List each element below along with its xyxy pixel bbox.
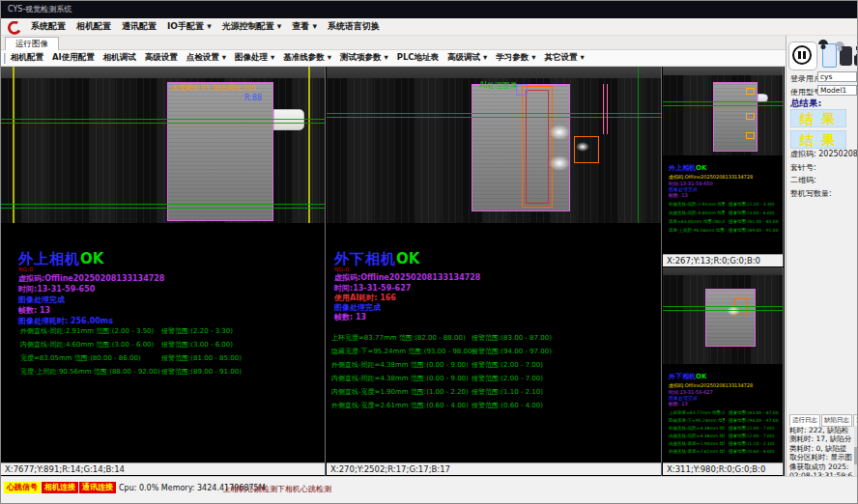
mini-measurement-text: 宽度=83.05mm 范围:(80.00 - 86.00): [669, 219, 725, 224]
tool-other-settings[interactable]: 其它设置 ▾: [545, 52, 585, 64]
pause-icon: [792, 45, 812, 65]
measurement-row: 内侧直线-间距=4.38mm 范围:(0.00 - 9.00) 报警范围:(2.…: [327, 374, 661, 385]
green-measure-line: [663, 105, 783, 106]
camera-name: 外下相机: [669, 373, 696, 380]
measurement-text: 外侧直线-间距=4.38mm 范围:(0.00 - 9.00): [331, 360, 469, 370]
bright-spot: [727, 306, 740, 316]
right-sidebar: 登录用户: 使用型号: 总结果: 结 果 结 果 虚拟码: 20250208 套…: [786, 36, 858, 476]
tool-baseline-params[interactable]: 基准线参数 ▾: [283, 52, 331, 64]
measurement-row: 宽度=83.05mm 范围:(80.00 - 86.00) 报警范围:(81.0…: [1, 353, 325, 365]
mini-measurement-text: 内侧直线-间距=4.38mm 范围:(0.00 - 9.00): [669, 434, 725, 438]
green-measure-line: [1, 208, 325, 209]
user-button-selected[interactable]: [822, 43, 837, 68]
bright-spot: [576, 142, 589, 152]
pixel-coordinate-readout: X:7677;Y:891;R:14;G:14;B:14: [1, 462, 325, 475]
left-camera-view[interactable]: 灰度阈值:93, 吻合阈值:100 R:88: [1, 67, 325, 223]
mini-measurement-text: 宽度-上间距:90.56mm 范围:(88.00 - 92.00): [669, 228, 725, 233]
process-done-text: 图像处理完成: [18, 294, 65, 305]
measurement-row: 外侧直线-间距:2.91mm 范围:(2.00 - 3.50) 报警范围:(2.…: [1, 326, 325, 338]
ai-overlay-text: AI处理图像: [479, 80, 518, 91]
measurement-text: 外侧直线-间距:2.91mm 范围:(2.00 - 3.50): [20, 326, 154, 336]
alarm-range-text: 报警范围:(81.00 - 85.00): [161, 353, 242, 363]
login-user-input[interactable]: [817, 71, 857, 82]
middle-camera-view[interactable]: AI处理图像: [327, 67, 661, 223]
mini-alarm-text: 报警范围:(1.10 - 2.10): [729, 441, 779, 446]
log-scrollbar-thumb[interactable]: [854, 447, 858, 464]
bright-spot: [549, 125, 570, 140]
model-input[interactable]: [817, 85, 857, 96]
menu-item-camera-config[interactable]: 相机配置: [76, 20, 111, 33]
green-measure-line: [663, 101, 783, 102]
app-logo-icon: [7, 20, 20, 34]
camera-link-status-badge: 相机连接: [42, 482, 78, 493]
measurement-row: 内侧直线-宽度=1.90mm 范围:(1.00 - 2.20) 报警范围:(1.…: [327, 387, 661, 399]
mini-camera-view-bottom[interactable]: [663, 267, 783, 364]
ng-count-text: NG:0: [334, 266, 349, 272]
mini-measurement-text: 内侧直线-间距:4.60mm 范围:(3.00 - 6.00): [669, 210, 725, 215]
measurement-row: 宽度-上间距:90.56mm 范围:(88.00 - 92.00) 报警范围:(…: [1, 367, 325, 378]
barcode-text: 虚拟码:Offline20250208133134728: [18, 273, 164, 284]
image-band: [327, 67, 661, 78]
user-manage-button[interactable]: [840, 46, 852, 66]
ng-count-text: NG:0: [18, 266, 33, 272]
mini-panel-bottom: 外下相机OK 虚拟码:Offline20250208133134728 时间:1…: [663, 267, 784, 476]
toolbar-grip: [4, 53, 6, 64]
tool-advanced-settings[interactable]: 高级设置: [145, 52, 178, 64]
detected-part-region: [472, 84, 570, 211]
mini-camera-view-top[interactable]: [663, 67, 783, 155]
alarm-range-text: 报警范围:(2.00 - 7.00): [472, 374, 543, 383]
camera-name: 外上相机: [669, 164, 696, 172]
mini-barcode-text: 虚拟码:Offline20250208133134728: [669, 174, 753, 180]
tool-plc-address[interactable]: PLC地址表: [397, 52, 439, 64]
tool-advanced-debug[interactable]: 高级调试 ▾: [447, 52, 487, 64]
result-box-lower: 结 果: [790, 130, 846, 149]
tab-bar: 运行图像: [1, 36, 786, 50]
menu-item-comm-config[interactable]: 通讯配置: [122, 20, 157, 33]
menu-item-io-config[interactable]: IO手配置 ▾: [167, 20, 212, 33]
tool-camera-debug[interactable]: 相机调试: [103, 52, 136, 64]
window-title: CYS-视觉检测系统: [8, 5, 72, 14]
left-camera-panel: 灰度阈值:93, 吻合阈值:100 R:88 外上相机OK NG:0 虚拟码:O…: [1, 67, 326, 476]
mini-alarm-text: 报警范围:(89.00 - 91.00): [729, 228, 779, 233]
yellow-guide-line: [13, 67, 14, 223]
elapsed-text: 图像处理耗时: 256.00ms: [18, 316, 113, 326]
menu-item-system-config[interactable]: 系统配置: [31, 20, 66, 33]
mini-alarm-text: 报警范围:(0.60 - 4.00): [729, 449, 779, 454]
threshold-overlay-text: 灰度阈值:93, 吻合阈值:100: [171, 83, 255, 93]
green-measure-line: [663, 310, 783, 311]
tool-ai-config[interactable]: AI使用配置: [52, 52, 95, 64]
mini-alarm-text: 报警范围:(2.00 - 7.00): [729, 434, 779, 438]
tool-test-params[interactable]: 测试项参数 ▾: [340, 52, 388, 64]
menu-item-light-config[interactable]: 光源控制配置 ▾: [222, 20, 282, 33]
measurement-row: 外侧直线-宽度=2.61mm 范围:(0.60 - 4.00) 报警范围:(0.…: [327, 401, 661, 412]
measurement-text: 内侧直线-间距=4.38mm 范围:(0.00 - 9.00): [331, 374, 469, 383]
menu-item-view[interactable]: 查看 ▾: [292, 20, 317, 33]
tool-spot-check[interactable]: 点检设置 ▾: [186, 52, 226, 64]
pink-guide-line: [603, 84, 604, 134]
alarm-range-text: 报警范围:(2.00 - 7.00): [472, 360, 543, 370]
barcode-text: 虚拟码:Offline20250208133134728: [334, 272, 480, 283]
image-band: [663, 267, 783, 275]
tool-learn-params[interactable]: 学习参数 ▾: [496, 52, 535, 64]
lower-camera-heartbeat-link[interactable]: 下相机心跳检测: [277, 484, 331, 494]
upper-camera-heartbeat-link[interactable]: 上相机心跳检测: [223, 484, 277, 494]
result-box-upper: 结 果: [790, 109, 846, 127]
pixel-coordinate-readout: X:270;Y:2502;R:17;G:17;B:17: [327, 462, 661, 475]
camera-status: OK: [696, 164, 706, 172]
exit-button[interactable]: [854, 46, 858, 66]
tool-image-process[interactable]: 图像处理 ▾: [235, 52, 274, 64]
app-window: CYS-视觉检测系统 系统配置 相机配置 通讯配置 IO手配置 ▾ 光源控制配置…: [0, 0, 858, 504]
measurement-text: 隐藏宽度-下=95.24mm 范围:(93.00 - 98.00): [331, 347, 474, 356]
pause-button[interactable]: [788, 42, 817, 70]
mini-measurement-text: 上杯宽度=83.77mm 范围:(82.00 - 88.00): [669, 410, 725, 415]
r-value-overlay-text: R:88: [244, 94, 262, 102]
measurement-row: 上杯宽度=83.77mm 范围:(82.00 - 88.00) 报警范围:(83…: [327, 333, 661, 345]
tab-run-image[interactable]: 运行图像: [5, 37, 59, 50]
tool-camera-config[interactable]: 相机配置: [11, 52, 43, 64]
mini-measurement-text: 内侧直线-宽度=1.90mm 范围:(1.00 - 2.20): [669, 441, 725, 446]
menu-item-language[interactable]: 系统语言切换: [328, 20, 380, 33]
measurement-row: 外侧直线-间距=4.38mm 范围:(0.00 - 9.00) 报警范围:(2.…: [327, 360, 661, 372]
measurement-text: 宽度=83.05mm 范围:(80.00 - 86.00): [20, 353, 141, 363]
yellow-marker-box: [746, 113, 755, 120]
yellow-guide-line: [308, 67, 310, 223]
